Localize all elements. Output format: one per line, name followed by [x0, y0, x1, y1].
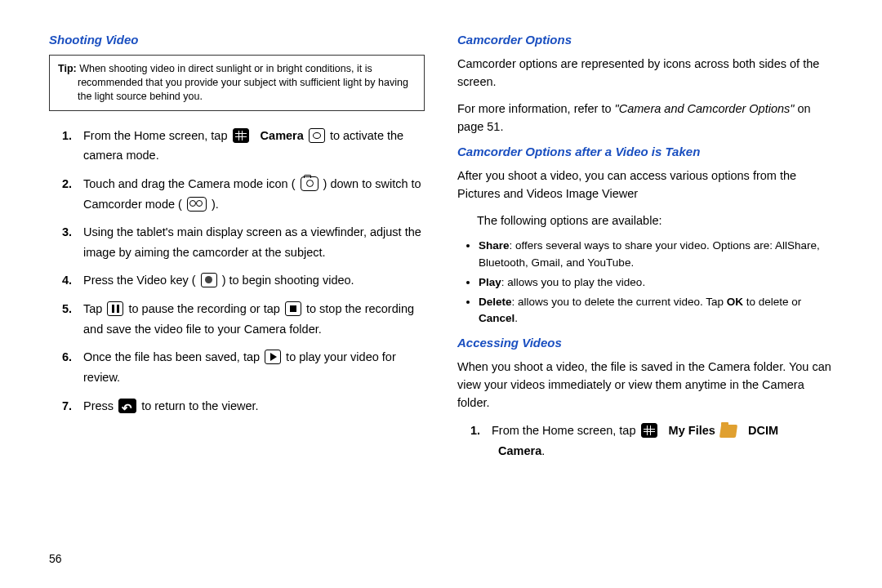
camcorder-options-ref: For more information, refer to "Camera a… — [457, 100, 833, 136]
accessing-step-1: 1. From the Home screen, tap My Files DC… — [477, 421, 833, 461]
accessing-steps: 1. From the Home screen, tap My Files DC… — [457, 421, 833, 461]
left-column: Shooting Video Tip: When shooting video … — [49, 33, 441, 539]
steps-list: 1. From the Home screen, tap Camera to a… — [49, 126, 425, 416]
after-video-desc: After you shoot a video, you can access … — [457, 167, 833, 203]
step-1: 1. From the Home screen, tap Camera to a… — [69, 126, 425, 166]
camcorder-options-desc: Camcorder options are represented by ico… — [457, 55, 833, 91]
bullet-share: Share: offers several ways to share your… — [479, 238, 833, 271]
step-3: 3. Using the tablet's main display scree… — [69, 222, 425, 262]
pause-icon — [107, 301, 123, 316]
bullet-play: Play: allows you to play the video. — [479, 274, 833, 291]
bullet-delete: Delete: allows you to delete the current… — [479, 294, 833, 327]
accessing-videos-desc: When you shoot a video, the file is save… — [457, 358, 833, 412]
back-icon — [118, 399, 136, 413]
page-number: 56 — [49, 552, 62, 565]
options-bullets: Share: offers several ways to share your… — [457, 238, 833, 327]
tip-body: When shooting video in direct sunlight o… — [78, 63, 408, 102]
options-available: The following options are available: — [457, 212, 833, 229]
tip-label: Tip: — [58, 63, 79, 74]
step-5: 5. Tap to pause the recording or tap to … — [69, 299, 425, 339]
apps-grid-icon — [641, 423, 657, 438]
heading-after-video: Camcorder Options after a Video is Taken — [457, 145, 833, 158]
step-4: 4. Press the Video key ( ) to begin shoo… — [69, 270, 425, 291]
heading-shooting-video: Shooting Video — [49, 33, 425, 47]
record-icon — [201, 273, 217, 287]
camera-mode-icon — [301, 176, 318, 191]
right-column: Camcorder Options Camcorder options are … — [441, 33, 833, 539]
step-2: 2. Touch and drag the Camera mode icon (… — [69, 174, 425, 214]
play-icon — [265, 350, 281, 364]
camera-app-icon — [309, 128, 325, 143]
camcorder-mode-icon — [187, 197, 207, 212]
step-6: 6. Once the file has been saved, tap to … — [69, 347, 425, 387]
heading-camcorder-options: Camcorder Options — [457, 33, 833, 47]
stop-icon — [285, 301, 301, 316]
heading-accessing-videos: Accessing Videos — [457, 336, 833, 350]
folder-icon — [720, 425, 737, 438]
tip-box: Tip: When shooting video in direct sunli… — [49, 55, 425, 111]
step-7: 7. Press to return to the viewer. — [69, 396, 425, 416]
apps-grid-icon — [233, 128, 249, 143]
